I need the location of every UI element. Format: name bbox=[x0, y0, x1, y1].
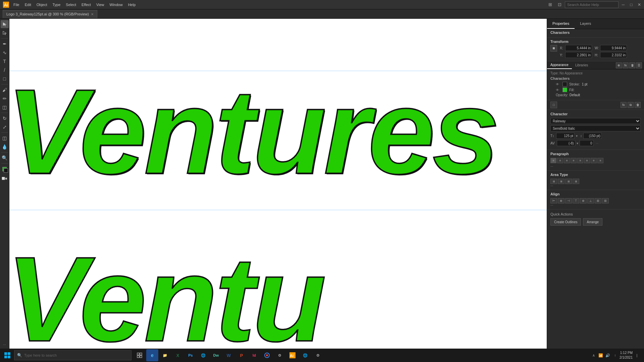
taskbar-word-icon[interactable]: W bbox=[223, 349, 235, 361]
gradient-tool[interactable]: ◫ bbox=[1, 134, 9, 142]
pen-tool[interactable]: ✒ bbox=[1, 40, 9, 48]
taskbar-search-box[interactable]: 🔍 Type here to search bbox=[14, 350, 131, 360]
align-v-center-btn[interactable]: ⊕ bbox=[580, 198, 587, 203]
direct-selection-tool[interactable] bbox=[1, 29, 9, 37]
canvas-text-ventures[interactable]: Ventures bbox=[9, 66, 497, 193]
taskbar-excel-icon[interactable]: X bbox=[172, 349, 184, 361]
more-char-options[interactable]: ··· bbox=[596, 141, 598, 145]
area-type-more[interactable]: ··· bbox=[550, 184, 641, 188]
fx-btn[interactable]: fx bbox=[621, 102, 627, 108]
workspace-icon[interactable]: ⊡ bbox=[555, 1, 564, 9]
taskbar-another-icon[interactable]: 🌐 bbox=[197, 349, 209, 361]
baseline-input[interactable] bbox=[580, 140, 594, 146]
align-center-btn[interactable]: ≡ bbox=[557, 158, 563, 163]
align-left-edge-btn[interactable]: ⊢ bbox=[550, 198, 557, 203]
tracking-stepper[interactable]: ▾ bbox=[577, 141, 578, 145]
tab-layers[interactable]: Layers bbox=[575, 19, 596, 29]
task-view-btn[interactable] bbox=[133, 349, 146, 361]
menu-help[interactable]: Help bbox=[125, 0, 139, 9]
align-justify-left-btn[interactable]: ≡ bbox=[577, 158, 583, 163]
scale-input[interactable] bbox=[583, 133, 602, 139]
scale-tool[interactable]: ⤢ bbox=[1, 123, 9, 131]
stroke-swatch[interactable] bbox=[562, 82, 567, 86]
create-outlines-btn[interactable]: Create Outlines bbox=[550, 218, 581, 226]
align-v-dist-btn[interactable]: ⊞ bbox=[602, 198, 609, 203]
document-tab[interactable]: Logo 3_Raleway125pt.ai @ 300 % (RGB/Prev… bbox=[3, 10, 97, 18]
restore-btn[interactable]: □ bbox=[628, 1, 635, 8]
align-justify-btn[interactable]: ≡ bbox=[571, 158, 577, 163]
taskbar-ie-icon[interactable]: 🌐 bbox=[299, 349, 311, 361]
taskbar-ai-icon[interactable]: Ai bbox=[286, 349, 299, 361]
align-justify-center-btn[interactable]: ≡ bbox=[584, 158, 590, 163]
taskbar-settings-icon[interactable]: ⚙ bbox=[312, 349, 324, 361]
zoom-tool[interactable]: 🔍 bbox=[1, 154, 9, 162]
menu-view[interactable]: View bbox=[94, 0, 107, 9]
y-input[interactable] bbox=[565, 52, 592, 58]
x-input[interactable] bbox=[565, 45, 592, 51]
align-justify-right-btn[interactable]: ≡ bbox=[591, 158, 597, 163]
align-left-btn[interactable]: ≡ bbox=[550, 158, 556, 163]
tab-close-icon[interactable]: ✕ bbox=[91, 12, 94, 16]
adobe-help-search[interactable] bbox=[565, 1, 619, 8]
appearance-add-icon[interactable]: ⊕ bbox=[616, 62, 622, 68]
align-more[interactable]: ··· bbox=[550, 203, 641, 207]
menu-file[interactable]: File bbox=[11, 0, 22, 9]
start-button[interactable] bbox=[1, 349, 13, 361]
appearance-trash-icon[interactable]: 🗑 bbox=[635, 102, 641, 108]
area-type-btn-3[interactable]: ⊞ bbox=[565, 179, 572, 184]
size-stepper[interactable]: ▾ bbox=[576, 134, 578, 138]
h-input[interactable] bbox=[600, 52, 627, 58]
font-family-select[interactable]: Raleway bbox=[550, 118, 641, 124]
appearance-fx-icon[interactable]: fx bbox=[623, 62, 629, 68]
fill-vis-icon[interactable]: 👁 bbox=[556, 88, 560, 92]
selection-tool[interactable] bbox=[1, 20, 9, 28]
area-type-btn-4[interactable]: ⊞ bbox=[573, 179, 579, 184]
tray-update-icon[interactable]: ↑ bbox=[612, 352, 618, 358]
tray-expand-btn[interactable]: ∧ bbox=[591, 352, 597, 358]
arrange-icon[interactable]: ⊞ bbox=[546, 1, 554, 9]
eyedropper-tool[interactable]: 💧 bbox=[1, 143, 9, 151]
taskbar-edge-icon[interactable]: e bbox=[146, 349, 158, 361]
rectangle-tool[interactable]: □ bbox=[1, 75, 9, 83]
menu-select[interactable]: Select bbox=[63, 0, 79, 9]
taskbar-clock[interactable]: 1:12 PM 2/1/2021 bbox=[620, 351, 633, 360]
tab-libraries[interactable]: Libraries bbox=[572, 62, 591, 69]
color-fill-stroke[interactable] bbox=[1, 166, 8, 173]
align-top-edge-btn[interactable]: ⊤ bbox=[573, 198, 579, 203]
tab-appearance[interactable]: Appearance bbox=[547, 61, 572, 69]
font-size-input[interactable] bbox=[556, 133, 575, 139]
appearance-del-icon[interactable]: 🗑 bbox=[629, 62, 635, 68]
taskbar-id-icon[interactable]: Id bbox=[248, 349, 260, 361]
menu-edit[interactable]: Edit bbox=[22, 0, 34, 9]
taskbar-ps-icon[interactable]: Ps bbox=[184, 349, 197, 361]
area-type-btn-1[interactable]: ⊞ bbox=[550, 179, 557, 184]
menu-object[interactable]: Object bbox=[34, 0, 50, 9]
appearance-copy-icon[interactable]: ⧉ bbox=[628, 102, 634, 108]
align-bottom-edge-btn[interactable]: ⊥ bbox=[587, 198, 594, 203]
tray-network-icon[interactable]: 📶 bbox=[598, 352, 604, 358]
paintbrush-tool[interactable]: 🖌 bbox=[1, 86, 9, 94]
align-right-edge-btn[interactable]: ⊣ bbox=[565, 198, 572, 203]
transform-header[interactable]: Transform bbox=[550, 40, 641, 45]
type-tool[interactable]: T bbox=[1, 57, 9, 65]
menu-window[interactable]: Window bbox=[107, 0, 125, 9]
more-tools-btn[interactable]: ··· bbox=[1, 342, 8, 347]
taskbar-file-explorer-icon[interactable]: 📁 bbox=[159, 349, 171, 361]
align-right-btn[interactable]: ≡ bbox=[564, 158, 570, 163]
eraser-tool[interactable]: ◫ bbox=[1, 103, 9, 111]
align-h-center-btn[interactable]: ⊕ bbox=[558, 198, 565, 203]
align-justify-all-btn[interactable]: ≡ bbox=[597, 158, 603, 163]
close-btn[interactable]: ✕ bbox=[636, 1, 643, 8]
taskbar-dw-icon[interactable]: Dw bbox=[210, 349, 222, 361]
tab-properties[interactable]: Properties bbox=[547, 19, 575, 29]
tracking-input[interactable] bbox=[557, 140, 575, 146]
minimize-btn[interactable]: ─ bbox=[620, 1, 627, 8]
taskbar-ppt-icon[interactable]: P bbox=[235, 349, 248, 361]
show-desktop-btn[interactable]: | bbox=[634, 352, 640, 358]
align-h-dist-btn[interactable]: ⊞ bbox=[595, 198, 601, 203]
line-tool[interactable]: / bbox=[1, 66, 9, 74]
taskbar-unknown-icon[interactable]: ⚙ bbox=[274, 349, 286, 361]
fill-swatch[interactable] bbox=[562, 87, 567, 92]
transform-reference-icon[interactable] bbox=[550, 45, 557, 52]
menu-type[interactable]: Type bbox=[50, 0, 63, 9]
